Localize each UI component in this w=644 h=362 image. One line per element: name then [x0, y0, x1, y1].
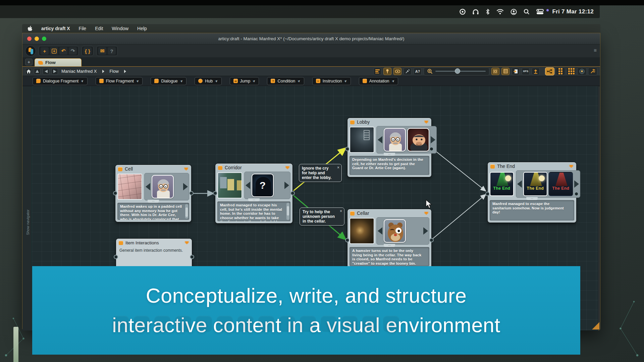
zoom-slider[interactable]	[435, 71, 486, 72]
output-pin[interactable]	[574, 192, 579, 196]
portrait-guard[interactable]	[407, 128, 429, 152]
export-xps-icon[interactable]: XPS	[522, 68, 530, 75]
comment-text[interactable]: General item interaction comments.	[116, 247, 192, 254]
flow-view-button[interactable]	[545, 67, 554, 75]
home-icon[interactable]	[25, 68, 32, 75]
node-description[interactable]: Depending on Manfred's decision in the c…	[350, 156, 429, 175]
carousel-prev-icon[interactable]	[146, 183, 150, 190]
back-button[interactable]	[43, 68, 49, 75]
save-button[interactable]	[50, 47, 58, 55]
undo-button[interactable]: ↶	[59, 47, 67, 55]
spellcheck-icon[interactable]: A?	[414, 68, 422, 75]
node-resize-handle[interactable]: ...	[384, 244, 395, 247]
node-description[interactable]: Manfred managed to escape his cell, but …	[217, 201, 290, 221]
menu-help[interactable]: Help	[137, 26, 147, 31]
redo-button[interactable]: ↷	[69, 47, 77, 55]
help-button[interactable]: ?	[108, 47, 116, 55]
node-lobby[interactable]: Lobby	[347, 118, 432, 177]
portrait-artie-cee[interactable]	[152, 175, 174, 198]
collapse-chevron-icon[interactable]	[184, 168, 189, 171]
search-icon[interactable]	[524, 9, 530, 15]
grid-view-button[interactable]	[567, 67, 576, 75]
carousel-next-icon[interactable]	[431, 136, 435, 143]
node-description[interactable]: Manfred managed to escape the sanitarium…	[490, 200, 574, 221]
breadcrumb-project[interactable]: Maniac Manfred X	[61, 69, 97, 74]
zoom-slider-knob[interactable]	[455, 68, 460, 74]
zoom-in-icon[interactable]	[427, 69, 433, 74]
bluetooth-icon[interactable]	[486, 9, 490, 15]
input-pin[interactable]	[113, 191, 117, 195]
output-pin[interactable]	[189, 191, 194, 195]
palette-jump[interactable]: ➜ Jump ➤	[230, 77, 259, 85]
record-icon[interactable]	[460, 9, 466, 15]
close-window-button[interactable]	[27, 37, 32, 41]
collapse-chevron-icon[interactable]	[424, 212, 429, 215]
snap-grid-icon[interactable]	[501, 68, 509, 75]
connection-label-lobby[interactable]: Ignore the cry for help and enter the lo…	[299, 164, 342, 182]
zoom-window-button[interactable]	[42, 37, 46, 41]
add-tab-button[interactable]: +	[25, 59, 33, 65]
apple-menu-icon[interactable]	[28, 26, 33, 32]
menu-app-name[interactable]: articy draft X	[41, 26, 70, 31]
node-description[interactable]: A hamster turns out to be the only livin…	[350, 247, 429, 266]
forward-button[interactable]	[51, 68, 58, 75]
window-titlebar[interactable]: articy:draft - Maniac Manfred X* (~/Docu…	[22, 33, 600, 45]
export-icon[interactable]	[532, 68, 540, 75]
node-cellar[interactable]: Cellar	[347, 209, 432, 268]
import-doc-icon[interactable]	[512, 68, 520, 75]
list-view-button[interactable]	[556, 67, 565, 75]
connection-label-cellar[interactable]: Try to help the unknown person in the ce…	[300, 207, 344, 226]
close-icon[interactable]: ×	[337, 165, 339, 170]
toolbar-menu-icon[interactable]: ≡	[594, 47, 597, 53]
end-card-yellow[interactable]: The End	[523, 172, 547, 196]
preview-eye-icon[interactable]	[393, 68, 401, 75]
pin-toggle-icon[interactable]	[383, 68, 391, 75]
node-the-end[interactable]: The End The End	[487, 162, 577, 223]
output-pin[interactable]	[290, 191, 295, 195]
carousel-next-icon[interactable]	[574, 180, 579, 188]
settings-wrench-icon[interactable]	[588, 67, 597, 75]
headphones-icon[interactable]	[472, 9, 479, 15]
corridor-preview-image[interactable]	[217, 172, 242, 198]
collapse-chevron-icon[interactable]	[285, 166, 290, 169]
new-document-button[interactable]: +	[41, 47, 49, 55]
pointer-mode-icon[interactable]	[404, 68, 412, 75]
node-cell[interactable]: Cell	[115, 165, 192, 222]
carousel-next-icon[interactable]	[423, 227, 428, 235]
collapse-chevron-icon[interactable]	[184, 241, 189, 244]
cell-preview-image[interactable]	[117, 174, 142, 200]
presentation-script-button[interactable]: { }	[84, 47, 92, 55]
menu-edit[interactable]: Edit	[95, 26, 103, 31]
minimize-window-button[interactable]	[35, 37, 39, 41]
text-scrollbar[interactable]	[286, 203, 289, 220]
input-pin[interactable]	[345, 238, 350, 242]
navigator-strip[interactable]: Show navigator	[22, 86, 32, 330]
tab-flow[interactable]: Flow	[35, 58, 82, 66]
up-level-button[interactable]	[34, 68, 41, 75]
portrait-unknown-person[interactable]: ?	[252, 174, 274, 197]
output-pin[interactable]	[429, 238, 434, 242]
portrait-hamster[interactable]	[384, 219, 406, 243]
input-pin[interactable]	[213, 191, 217, 195]
grid-visibility-icon[interactable]	[491, 68, 499, 75]
palette-instruction[interactable]: ≡ Instruction ➤	[312, 77, 351, 85]
portrait-artie-cee[interactable]	[384, 128, 406, 152]
node-resize-handle[interactable]: ...	[148, 200, 159, 203]
input-pin[interactable]	[345, 147, 350, 151]
carousel-prev-icon[interactable]	[517, 180, 522, 188]
carousel-next-icon[interactable]	[284, 182, 289, 189]
node-resize-handle[interactable]: ...	[248, 198, 260, 201]
lobby-preview-image[interactable]	[350, 127, 374, 153]
carousel-prev-icon[interactable]	[378, 227, 382, 235]
node-corridor[interactable]: Corridor ? ...	[215, 163, 293, 224]
input-pin[interactable]	[485, 192, 490, 196]
palette-hub[interactable]: Hub ➤	[195, 77, 221, 85]
collapse-chevron-icon[interactable]	[569, 165, 574, 168]
palette-annotation[interactable]: Annotation ➤	[359, 77, 398, 85]
cellar-preview-image[interactable]	[350, 218, 374, 244]
control-center-icon[interactable]	[536, 9, 544, 14]
show-navigator-label[interactable]: Show navigator	[26, 205, 30, 239]
close-icon[interactable]: ×	[340, 209, 342, 214]
collapse-chevron-icon[interactable]	[424, 121, 429, 124]
palette-condition[interactable]: ? Condition ➤	[267, 77, 304, 85]
